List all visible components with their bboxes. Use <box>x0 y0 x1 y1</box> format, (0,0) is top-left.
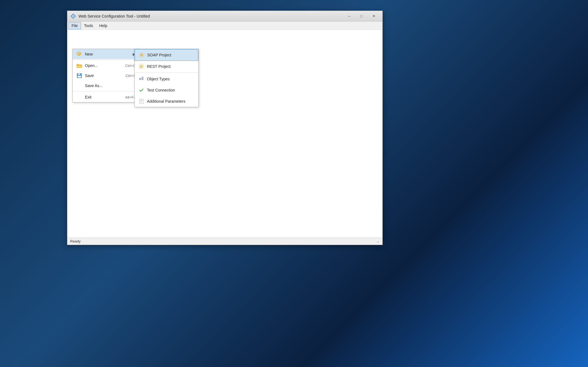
soap-label: SOAP Project <box>147 53 171 57</box>
window-title: Web Service Configuration Tool - Untitle… <box>78 14 343 18</box>
menu-item-open[interactable]: Open... Ctrl+O <box>73 61 139 71</box>
rest-label: REST Project <box>147 64 171 69</box>
svg-point-16 <box>141 66 142 67</box>
menu-item-new[interactable]: New ▶ <box>73 49 139 59</box>
test-connection-label: Test Connection <box>147 88 175 92</box>
menu-item-saveas[interactable]: Save As... <box>73 81 139 91</box>
svg-line-13 <box>143 56 144 57</box>
minimize-button[interactable]: ─ <box>343 12 355 20</box>
svg-point-7 <box>141 54 142 56</box>
svg-rect-25 <box>139 78 141 80</box>
menu-item-exit[interactable]: Exit Alt+F4 <box>73 92 139 102</box>
saveas-label: Save As... <box>85 83 136 88</box>
window-controls: ─ □ ✕ <box>343 12 380 20</box>
submenu-object-types[interactable]: Object Types <box>135 73 198 85</box>
title-bar: Web Service Configuration Tool - Untitle… <box>67 11 382 21</box>
menu-file[interactable]: File <box>68 22 81 29</box>
svg-line-36 <box>378 243 379 243</box>
status-text: Ready <box>70 239 81 243</box>
test-connection-icon <box>138 87 145 93</box>
submenu-rest[interactable]: REST Project <box>135 61 198 72</box>
svg-rect-5 <box>78 73 80 75</box>
svg-line-15 <box>140 56 140 57</box>
soap-icon <box>138 52 145 58</box>
open-label: Open... <box>85 63 121 68</box>
svg-rect-6 <box>78 76 81 78</box>
app-logo-icon <box>70 13 76 19</box>
object-types-icon <box>138 76 145 82</box>
menu-tools[interactable]: Tools <box>81 22 96 29</box>
file-dropdown: New ▶ Open... Ctrl+O <box>72 49 139 102</box>
maximize-button[interactable]: □ <box>356 12 367 20</box>
new-icon <box>76 51 83 57</box>
status-bar-grip <box>375 239 380 244</box>
submenu-separator <box>135 73 198 73</box>
status-bar: Ready <box>67 238 382 245</box>
svg-rect-30 <box>139 99 143 104</box>
main-content: New ▶ Open... Ctrl+O <box>67 30 382 238</box>
menu-item-save[interactable]: Save Ctrl+S <box>73 71 139 81</box>
saveas-icon <box>76 82 83 89</box>
new-label: New <box>85 52 130 56</box>
svg-line-24 <box>139 68 140 68</box>
submenu-test-connection[interactable]: Test Connection <box>135 85 198 96</box>
svg-rect-26 <box>142 77 143 78</box>
rest-icon <box>138 63 145 70</box>
close-button[interactable]: ✕ <box>368 12 380 20</box>
svg-line-12 <box>140 53 140 54</box>
svg-line-14 <box>143 53 144 54</box>
svg-line-28 <box>141 78 142 79</box>
svg-line-22 <box>143 68 143 68</box>
svg-line-29 <box>141 79 142 79</box>
open-icon <box>76 62 83 69</box>
exit-label: Exit <box>85 95 121 99</box>
save-icon <box>76 72 83 79</box>
submenu-additional-params[interactable]: Additional Parameters <box>135 96 198 107</box>
app-window: Web Service Configuration Tool - Untitle… <box>67 11 383 245</box>
menu-help[interactable]: Help <box>96 22 110 29</box>
separator-2 <box>73 91 139 92</box>
new-submenu: SOAP Project <box>134 49 199 107</box>
save-label: Save <box>85 73 121 78</box>
svg-line-23 <box>143 64 143 65</box>
additional-params-icon <box>138 98 145 105</box>
menu-bar: File Tools Help <box>67 21 382 30</box>
svg-rect-27 <box>142 79 143 80</box>
separator-1 <box>73 60 139 60</box>
object-types-label: Object Types <box>147 77 170 81</box>
exit-icon <box>76 94 83 100</box>
submenu-soap[interactable]: SOAP Project <box>135 49 198 61</box>
additional-params-label: Additional Parameters <box>147 99 185 104</box>
svg-line-21 <box>139 64 140 65</box>
